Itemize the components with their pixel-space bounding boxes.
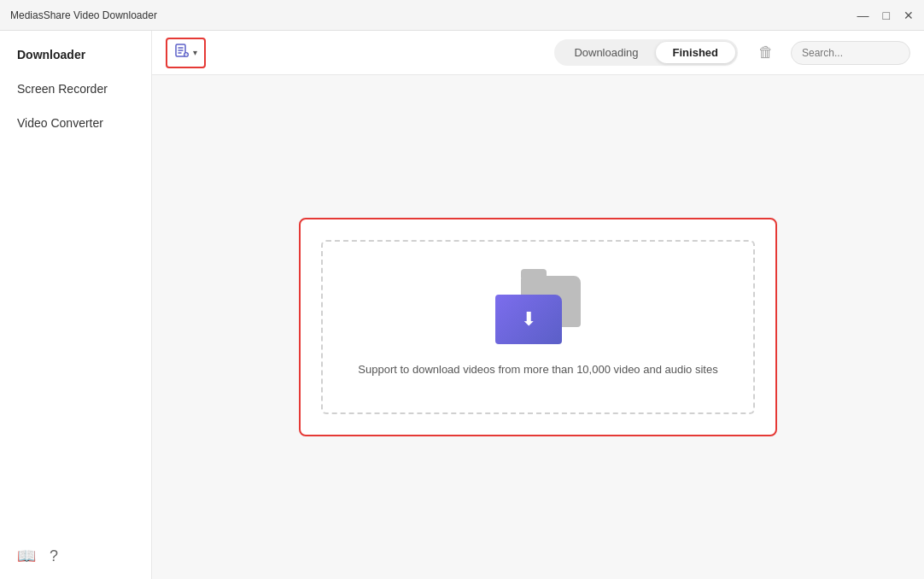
sidebar-item-screen-recorder[interactable]: Screen Recorder: [0, 72, 151, 106]
drop-zone-text: Support to download videos from more tha…: [358, 361, 717, 379]
folder-icon: ⬇: [495, 276, 581, 344]
outer-drop-zone: ⬇ Support to download videos from more t…: [299, 218, 777, 437]
content-area: ⬇ Support to download videos from more t…: [152, 75, 924, 579]
add-url-icon: [174, 44, 190, 62]
folder-front: ⬇: [495, 295, 562, 344]
sidebar-item-video-converter[interactable]: Video Converter: [0, 106, 151, 140]
window-controls: — □ ✕: [857, 9, 914, 21]
help-icon[interactable]: ?: [50, 547, 58, 565]
search-input[interactable]: [791, 41, 910, 65]
toolbar: ▾ Downloading Finished 🗑: [152, 31, 924, 75]
title-bar: MediasShare Video Downloader — □ ✕: [0, 0, 924, 31]
tab-downloading[interactable]: Downloading: [557, 42, 655, 63]
download-icon: ⬇: [521, 308, 536, 330]
inner-drop-zone[interactable]: ⬇ Support to download videos from more t…: [321, 240, 755, 415]
sidebar-footer: 📖 ?: [0, 533, 151, 579]
tab-toggle: Downloading Finished: [554, 39, 738, 66]
sidebar-item-downloader[interactable]: Downloader: [0, 38, 151, 72]
maximize-button[interactable]: □: [883, 9, 890, 21]
book-icon[interactable]: 📖: [17, 547, 36, 565]
add-url-button[interactable]: ▾: [166, 38, 206, 68]
main-content: ▾ Downloading Finished 🗑: [152, 31, 924, 579]
tab-finished[interactable]: Finished: [656, 42, 735, 63]
sidebar: Downloader Screen Recorder Video Convert…: [0, 31, 152, 579]
trash-icon[interactable]: 🗑: [758, 44, 774, 61]
app-title: MediasShare Video Downloader: [10, 9, 157, 21]
app-container: Downloader Screen Recorder Video Convert…: [0, 31, 924, 579]
chevron-down-icon: ▾: [193, 48, 197, 57]
minimize-button[interactable]: —: [857, 9, 869, 21]
close-button[interactable]: ✕: [904, 9, 914, 21]
